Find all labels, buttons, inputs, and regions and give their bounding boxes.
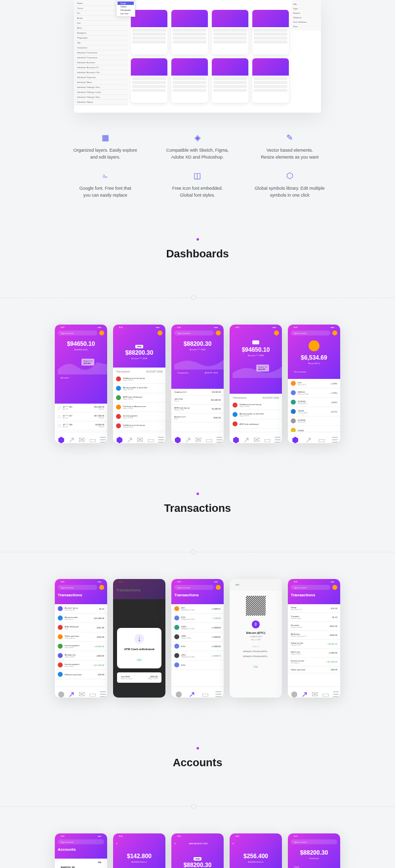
transaction-row[interactable]: 6,400.00Zatoshi (ZT) — [288, 416, 340, 426]
search-input[interactable]: Type to search — [58, 331, 97, 335]
transaction-row[interactable]: ETH — [171, 661, 224, 670]
transaction-row[interactable]: Vodafone LLC 08.200.00 — [171, 389, 224, 396]
account-card[interactable]: $98320.30VISA10 **** 458 — [58, 859, 104, 868]
card-icon — [252, 340, 259, 344]
transaction-row[interactable]: Vodafone account top up4 Aug 6:24 PM — [113, 421, 165, 431]
transaction-row[interactable]: TransportTransfer credits $2.10 — [288, 613, 340, 622]
transaction-row[interactable]: Amazon LLCStore $184.00 — [171, 413, 224, 422]
transaction-row[interactable]: Account top upPhone payment $4.20 — [55, 604, 107, 614]
transaction-screens: 9:41●●● Type to search Transactions Acco… — [0, 579, 395, 747]
transaction-row[interactable]: Monthly rent4 Aug 2:15 PM - $400.00 — [55, 651, 107, 661]
transaction-row[interactable]: GroceriesSunshine market - $201.30 — [288, 622, 340, 631]
feature-icon: ◈ — [193, 132, 202, 142]
context-menu: Image OutlinePlaceholderIcon Text — [116, 0, 135, 17]
tx-phone-1: 9:41●●● Type to search Transactions Acco… — [55, 579, 107, 698]
transaction-row[interactable]: John DoePerson $10,480.00 — [171, 396, 224, 405]
transaction-icon — [291, 390, 296, 395]
transaction-row[interactable]: ETH3ENqNb4CeYTWBv... + 0.00003 — [171, 614, 224, 623]
transaction-row[interactable]: 148.00Litecoin (LMC) +0.57% — [288, 407, 340, 416]
tx-phone-3: 9:41●●● Type to search Transactions BTC3… — [171, 579, 224, 698]
transaction-icon — [233, 403, 237, 408]
transaction-icon — [58, 634, 63, 639]
acct-phone-2: 9:41 ‹ $142.800 Available balance VISA 3… — [113, 833, 165, 868]
transaction-row[interactable]: Vodafone account top up6 Aug 7:00 PM — [113, 374, 165, 384]
search-input[interactable]: Type to search — [291, 331, 330, 335]
transaction-row[interactable]: 6300.54Ethereum (ETH) +7.90% — [288, 388, 340, 398]
transaction-row[interactable]: BTC3ENqNb4CeYTWBv... - 0.000921 — [171, 604, 224, 614]
transaction-row[interactable]: x3543ENqNb4CeYTWBv... + 0.000870 — [171, 651, 224, 661]
transaction-icon — [116, 395, 121, 400]
qr-code — [246, 596, 266, 616]
transaction-row[interactable]: Income payment4 Aug 7:00 PM — [113, 412, 165, 421]
feature-item: ▦Organized layers. Easily exploreand edi… — [64, 132, 147, 161]
transaction-row[interactable]: Home rent3 Aug 2:00 PM - $ 400.00 — [288, 649, 340, 658]
transaction-row[interactable]: Vodafone account top up6 Aug 7:00 PM — [230, 401, 282, 410]
bottom-nav[interactable]: ⬢↗✉▭☰ — [55, 432, 107, 443]
transaction-icon — [174, 653, 179, 658]
transaction-row[interactable]: ATM Cash top up4 Aug 2:15 PM $5,480.00 — [171, 405, 224, 413]
transaction-row[interactable]: ATM withdrawalCash - $201.30 — [55, 623, 107, 632]
acct-phone-4: 9:41 ‹ $256.400 Available balance 5% Cum… — [230, 833, 282, 868]
transaction-row[interactable]: 3,500.00Tether (USDT) -3.56% — [288, 398, 340, 407]
transaction-row[interactable]: E/finance purchase - $28.00 — [55, 670, 107, 679]
transaction-row[interactable]: Money transfer to John Doe4 Aug 7:00 PM — [113, 384, 165, 393]
transaction-icon — [116, 376, 121, 381]
transaction-row[interactable]: 0.55Bitcoin (BTC) +1.36% — [288, 379, 340, 388]
chart-tooltip: August 10$48.200 — [81, 359, 94, 366]
transaction-row[interactable]: Income paymentBank transfer + $11,400.00 — [55, 661, 107, 670]
acct-phone-3: 9:41 ‹DATE AUGUST 2018 VISA $88200.30 Ac… — [171, 833, 224, 868]
transaction-row[interactable]: Purchase on Amazon.com4 Aug 7:00 PM — [113, 403, 165, 412]
account-row[interactable]: 10 **** 457Account$67,500.00Balance — [55, 413, 107, 421]
menu-selected: Image — [118, 1, 134, 5]
visa-badge: VISA — [135, 345, 143, 348]
search-input[interactable]: Type to search — [174, 331, 214, 335]
status-pill: Paid — [136, 659, 143, 661]
account-row[interactable]: 10 **** 458Account$3,000.00Balance — [55, 421, 107, 430]
transaction-row[interactable]: Money transfer to John Doe4 Aug 7:00 PM — [230, 410, 282, 419]
account-row[interactable]: 10 **** 455Account$56,400.00Balance — [55, 404, 107, 413]
back-icon[interactable]: ‹ — [174, 841, 176, 846]
transaction-icon — [291, 418, 296, 423]
transaction-row[interactable]: USDT3ENqNb4CeYTWBv... - 0.000003 — [171, 623, 224, 632]
tx-phone-4-detail: 9:41 ₿ Bitcoin (BTC) - 0.40921 BTC 6 Aug… — [230, 579, 282, 698]
transaction-row[interactable]: Interest incomeFixed deposit + $11,400.0… — [288, 658, 340, 666]
transaction-row[interactable]: XRM7 Aug 4:20 PM - 0.000001 — [171, 632, 224, 642]
nav-icon: ☰ — [99, 435, 104, 440]
transaction-row[interactable]: DiningRestaurants LLC - $14.50 — [288, 604, 340, 613]
avatar[interactable] — [99, 331, 104, 335]
transaction-icon — [116, 423, 121, 428]
transaction-row[interactable]: MedicinesWellness Pharmacy LLC - $184.00 — [288, 631, 340, 640]
transaction-row[interactable]: Income paymentBank transfer + $2,300.00 — [55, 642, 107, 651]
dashboard-phone-3: 9:41●●● Type to search $88200.30 Account… — [171, 325, 224, 443]
chart: August 10$48.200 — [58, 355, 104, 374]
bottom-nav[interactable]: ⬢↗✉▭☰ — [113, 432, 165, 443]
feature-item: ◈Compatible with Sketch, Figma,Adobe XD … — [157, 132, 239, 161]
transaction-icon — [58, 653, 63, 658]
transaction-icon — [174, 606, 179, 611]
transaction-row[interactable]: Money transferBank income - $10,480.00 — [55, 614, 107, 623]
design-tool-preview: ButtonCursorPinAvatarIconMenuNavigationP… — [74, 0, 321, 113]
nav-home-icon: ⬢ — [58, 435, 63, 440]
back-icon[interactable]: ‹ — [233, 841, 234, 846]
transaction-icon — [174, 662, 179, 667]
accounts-title: Accounts — [0, 756, 395, 769]
transaction-row[interactable]: ETH - 0.000040 — [171, 642, 224, 651]
transaction-icon — [174, 625, 179, 630]
design-canvas — [131, 0, 289, 113]
transaction-row[interactable]: Online purchaseOnline payment - $184.00 — [55, 632, 107, 642]
nav-icon: ✉ — [79, 435, 83, 440]
avatar[interactable] — [158, 331, 162, 335]
transaction-modal: ↓ ATM Cash withdrawal Paid — [117, 628, 161, 668]
account-screens: 9:41●●● Type to search Accounts $98320.3… — [0, 833, 395, 868]
balance-amount: $94650.10 — [58, 340, 104, 347]
transaction-icon — [116, 386, 121, 391]
transaction-icon — [291, 381, 296, 386]
transaction-row[interactable]: Salary income7 Aug 8:15 PM + $3,905.20 — [288, 640, 340, 649]
dashboard-phone-2: 9:41●●● VISA $88200.30 Account **** 4058… — [113, 325, 165, 443]
back-icon[interactable]: ‹ — [116, 841, 118, 846]
transaction-row[interactable]: ATM Cash withdrawal — [230, 419, 282, 429]
transaction-icon — [233, 412, 237, 417]
transaction-row[interactable]: ATM Cash withdrawal4 Aug 7:00 PM — [113, 393, 165, 403]
transaction-icon — [116, 414, 121, 419]
transaction-row[interactable]: Online purchase - $40.00 — [288, 666, 340, 673]
